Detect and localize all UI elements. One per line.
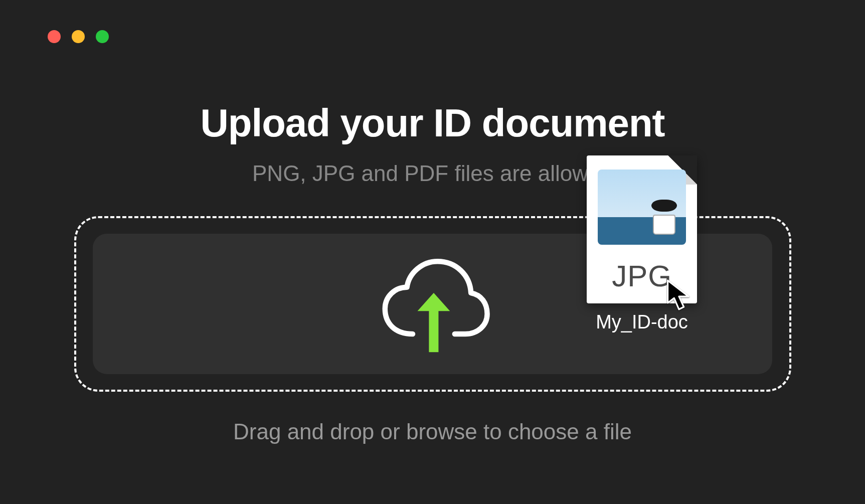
- window-close-button[interactable]: [48, 30, 61, 43]
- window-minimize-button[interactable]: [72, 30, 85, 43]
- svg-marker-1: [417, 293, 450, 311]
- upload-instruction: Drag and drop or browse to choose a file: [69, 419, 796, 444]
- dropzone[interactable]: [74, 216, 791, 392]
- upload-subtitle: PNG, JPG and PDF files are allowed: [69, 161, 796, 186]
- cloud-upload-icon: [375, 254, 490, 354]
- window-traffic-lights[interactable]: [48, 30, 109, 43]
- svg-rect-0: [429, 306, 438, 352]
- dropzone-inner[interactable]: [93, 234, 772, 374]
- upload-title: Upload your ID document: [69, 100, 796, 146]
- window-fullscreen-button[interactable]: [96, 30, 109, 43]
- upload-panel: Upload your ID document PNG, JPG and PDF…: [69, 100, 796, 444]
